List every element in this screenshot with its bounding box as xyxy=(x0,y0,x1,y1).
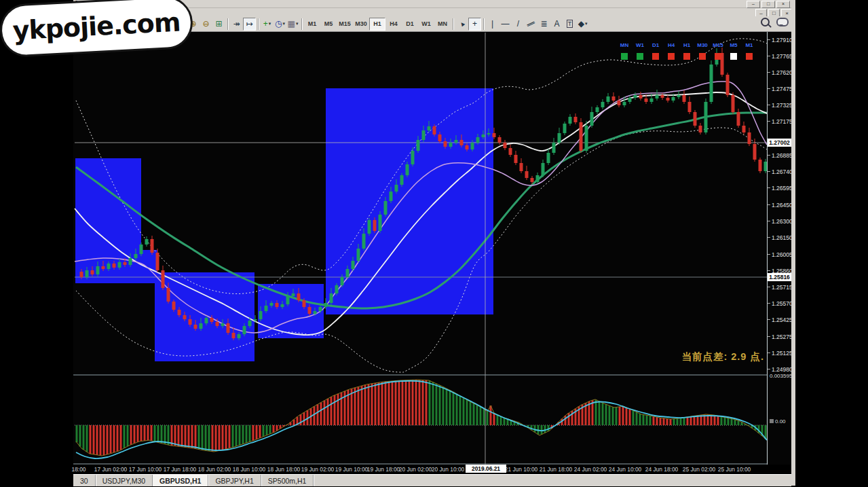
timeframe-h4[interactable]: H4 xyxy=(385,18,402,31)
bid-price-box: 1.25816 xyxy=(768,273,791,281)
price-tick: 1.27175 xyxy=(772,118,793,125)
toolbar-separator xyxy=(227,18,228,30)
chart-shift-button-glyph: ↦ xyxy=(246,19,253,29)
text-label-button-glyph: T xyxy=(567,20,573,28)
timeframe-m1[interactable]: M1 xyxy=(304,18,320,31)
vertical-line-button-glyph: | xyxy=(491,19,493,29)
app-window-controls: –□× xyxy=(747,1,790,8)
tab-bar: 30USDJPY,M30GBPUSD,H1GBPJPY,H1SP500m,H1 xyxy=(73,474,791,486)
tile-windows-button-glyph: ⊞ xyxy=(216,19,223,29)
time-axis[interactable]: 18:0017 Jun 02:0017 Jun 10:0017 Jun 18:0… xyxy=(73,465,791,474)
periods-button-glyph: ◷ xyxy=(275,19,282,29)
chart-tab[interactable]: GBPUSD,H1 xyxy=(153,475,208,486)
zoom-out-button[interactable]: ⊖ xyxy=(200,18,212,31)
price-scale[interactable]: 1.279101.277651.276201.274751.273251.271… xyxy=(767,32,792,474)
shapes-button[interactable]: ◆▾ xyxy=(576,18,589,31)
dropdown-arrow-icon: ▾ xyxy=(269,21,271,26)
mtf-label-m30: M30 xyxy=(694,42,711,48)
minimize-button[interactable]: – xyxy=(747,1,760,8)
shapes-button-glyph: ◆ xyxy=(578,19,584,29)
tile-windows-button[interactable]: ⊞ xyxy=(212,18,225,31)
indicators-button[interactable]: +▾ xyxy=(261,18,273,31)
vertical-line-button[interactable]: | xyxy=(486,18,499,31)
mtf-signal-square xyxy=(652,53,659,60)
mtf-label-m1: M1 xyxy=(741,42,757,48)
cursor-button-glyph: ▲ xyxy=(457,19,466,29)
mtf-signal-square xyxy=(730,53,737,60)
zoom-out-button-glyph: ⊖ xyxy=(203,19,210,29)
mtf-label-h1: H1 xyxy=(679,42,695,48)
price-tick: 1.27910 xyxy=(772,37,793,43)
price-tick: 1.27475 xyxy=(772,86,793,92)
timeframe-w1[interactable]: W1 xyxy=(418,18,434,31)
watermark: ykpojie.com xyxy=(0,0,194,58)
timeframe-m15[interactable]: M15 xyxy=(337,18,353,31)
periods-button[interactable]: ◷▾ xyxy=(273,18,286,31)
auto-scroll-button-glyph: ↠ xyxy=(233,19,240,29)
templates-button[interactable]: ▦▾ xyxy=(286,18,299,31)
price-tick: 1.26300 xyxy=(772,218,793,225)
price-tick: 1.27620 xyxy=(772,69,793,76)
chart-shift-button[interactable]: ↦ xyxy=(243,18,256,31)
mt4-window: [GBPUSD,H1] –□× ) 帮助(H) –□× ◐◓▸自动交易≡▮∿⊕⊖… xyxy=(73,0,795,486)
price-tick: 1.26885 xyxy=(772,152,793,159)
spread-label: 当前点差: 2.9 点. xyxy=(631,350,764,363)
close-button[interactable]: × xyxy=(776,1,790,8)
price-tick: 1.25275 xyxy=(772,333,793,340)
price-tick: 1.26740 xyxy=(772,168,793,175)
timeframe-d1[interactable]: D1 xyxy=(402,18,418,31)
price-tick: 1.26595 xyxy=(772,185,793,192)
toolbar-right xyxy=(761,18,789,26)
chart-tab[interactable]: USDJPY,M30 xyxy=(96,475,153,486)
price-tick: 1.25570 xyxy=(772,300,793,307)
restore-button[interactable]: □ xyxy=(761,1,775,8)
timeframe-h1[interactable]: H1 xyxy=(369,18,385,31)
price-tick: 1.26150 xyxy=(772,234,793,241)
chart-tab[interactable]: SP500m,H1 xyxy=(261,475,314,486)
price-tick: 1.26005 xyxy=(772,251,793,258)
chart-tab[interactable]: GBPJPY,H1 xyxy=(208,475,261,486)
crosshair-price-box: 1.27002 xyxy=(768,139,791,147)
macd-level-marker xyxy=(770,419,774,423)
time-label: 20 Jun 10:00 xyxy=(424,466,472,473)
timeframe-m5[interactable]: M5 xyxy=(320,18,337,31)
mtf-label-d1: D1 xyxy=(647,42,664,48)
fibonacci-button[interactable]: ≣ xyxy=(537,18,550,31)
chart-plot-area[interactable] xyxy=(73,32,791,474)
time-label: 25 Jun 10:00 xyxy=(711,466,758,473)
timeframe-mn[interactable]: MN xyxy=(434,18,451,31)
crosshair-button-glyph: + xyxy=(472,19,477,29)
toolbar-separator xyxy=(453,18,453,30)
price-tick: 1.24980 xyxy=(772,366,793,373)
mtf-signal-square xyxy=(746,53,753,60)
auto-scroll-button[interactable]: ↠ xyxy=(230,18,243,31)
trendline-button[interactable]: / xyxy=(512,18,525,31)
window-right-border xyxy=(791,0,795,486)
cursor-button[interactable]: ▲ xyxy=(455,18,468,31)
price-tick: 1.25125 xyxy=(772,350,793,357)
search-icon[interactable] xyxy=(761,18,770,26)
price-tick: 1.25715 xyxy=(772,284,793,291)
chat-icon[interactable] xyxy=(776,18,789,26)
text-label-button[interactable]: T xyxy=(563,18,576,31)
mtf-signal-square xyxy=(715,53,721,60)
mtf-label-h4: H4 xyxy=(663,42,679,48)
text-button[interactable]: A xyxy=(550,18,563,31)
toolbar-separator xyxy=(258,18,259,30)
mtf-label-w1: W1 xyxy=(632,42,648,48)
mtf-signal-square xyxy=(668,53,675,60)
mtf-signal-square xyxy=(637,53,643,60)
dropdown-arrow-icon: ▾ xyxy=(283,21,286,26)
timeframe-m30[interactable]: M30 xyxy=(353,18,369,31)
crosshair-button[interactable]: + xyxy=(468,18,481,31)
toolbar-separator xyxy=(301,18,302,30)
channel-button[interactable]: ∥ xyxy=(525,18,537,31)
mtf-label-m5: M5 xyxy=(725,42,742,48)
trendline-button-glyph: / xyxy=(517,19,519,29)
chart-tab[interactable]: 30 xyxy=(73,475,96,486)
horizontal-line-button[interactable]: — xyxy=(499,18,512,31)
horizontal-line-button-glyph: — xyxy=(502,19,510,29)
channel-button-glyph: ∥ xyxy=(526,20,536,27)
mtf-signal-square xyxy=(699,53,706,60)
indicators-button-glyph: + xyxy=(263,19,268,29)
